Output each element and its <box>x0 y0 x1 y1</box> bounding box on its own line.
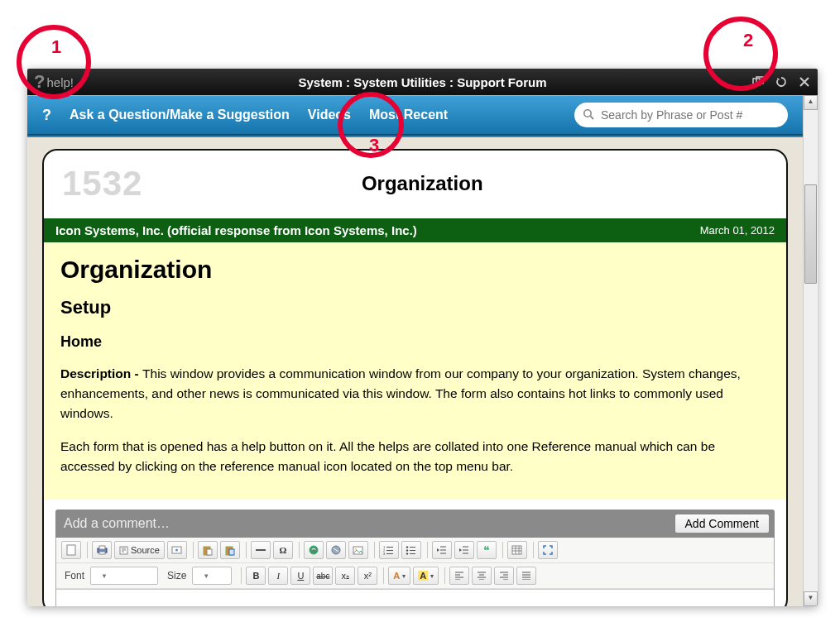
para1-text: This window provides a communication win… <box>60 366 741 420</box>
blockquote-icon[interactable]: ❝ <box>477 541 497 559</box>
annotation-number-2: 2 <box>743 30 753 51</box>
post-author-bar: Icon Systems, Inc. (official response fr… <box>44 218 786 242</box>
image-icon[interactable] <box>348 541 368 559</box>
size-select[interactable]: ▼ <box>192 567 232 585</box>
desc-label: Description - <box>60 366 142 380</box>
scroll-down-button[interactable]: ▼ <box>804 591 818 606</box>
bold-button[interactable]: B <box>246 567 266 585</box>
post-body: Organization Setup Home Description - Th… <box>44 242 786 500</box>
text-color-button[interactable]: A▾ <box>388 567 410 585</box>
table-icon[interactable] <box>507 541 527 559</box>
search-box[interactable] <box>574 103 788 127</box>
align-justify-icon[interactable] <box>516 567 536 585</box>
italic-button[interactable]: I <box>268 567 288 585</box>
comment-area: Add a comment… Add Comment Source <box>44 500 786 606</box>
svg-rect-4 <box>67 545 75 555</box>
svg-rect-14 <box>229 549 234 555</box>
body-para-2: Each form that is opened has a help butt… <box>60 437 770 476</box>
font-select[interactable]: ▼ <box>90 567 158 585</box>
font-label: Font <box>65 570 84 581</box>
editor-toolbar-row-1: Source Ω <box>56 538 774 563</box>
align-right-icon[interactable] <box>494 567 514 585</box>
forum-menubar: ? Ask a Question/Make a Suggestion Video… <box>27 95 803 135</box>
window-body: ? Ask a Question/Make a Suggestion Video… <box>27 95 818 606</box>
menu-most-recent[interactable]: Most Recent <box>369 108 448 122</box>
post-card: 1532 Organization Icon Systems, Inc. (of… <box>42 149 788 606</box>
post-title: Organization <box>142 172 768 195</box>
scroll-track[interactable] <box>804 110 818 591</box>
refresh-icon[interactable] <box>775 75 788 89</box>
help-menu-icon[interactable]: ? <box>42 107 51 124</box>
add-comment-button[interactable]: Add Comment <box>674 514 770 533</box>
body-h2: Setup <box>60 297 770 318</box>
scroll-area: ? Ask a Question/Make a Suggestion Video… <box>27 95 803 606</box>
special-char-icon[interactable]: Ω <box>273 541 293 559</box>
vertical-scrollbar[interactable]: ▲ ▼ <box>803 95 818 606</box>
rich-text-editor: Source Ω <box>55 538 775 606</box>
align-left-icon[interactable] <box>449 567 469 585</box>
svg-rect-12 <box>207 549 212 555</box>
svg-rect-6 <box>99 546 105 549</box>
svg-text:3: 3 <box>383 552 386 555</box>
hr-icon[interactable] <box>251 541 271 559</box>
comment-placeholder: Add a comment… <box>64 516 170 531</box>
svg-point-26 <box>406 546 408 548</box>
post-author: Icon Systems, Inc. (official response fr… <box>55 223 417 237</box>
align-center-icon[interactable] <box>472 567 492 585</box>
svg-point-30 <box>406 553 408 554</box>
menu-ask-question[interactable]: Ask a Question/Make a Suggestion <box>70 108 290 122</box>
close-icon[interactable] <box>798 75 811 89</box>
post-date: March 01, 2012 <box>700 224 775 237</box>
new-page-icon[interactable] <box>61 541 81 559</box>
search-input[interactable] <box>601 108 776 122</box>
maximize-icon[interactable] <box>538 541 558 559</box>
svg-rect-7 <box>99 552 105 554</box>
strike-button[interactable]: abc <box>313 567 333 585</box>
scroll-thumb[interactable] <box>804 184 817 284</box>
source-button[interactable]: Source <box>114 541 165 559</box>
bg-color-button[interactable]: A▾ <box>413 567 439 585</box>
source-label: Source <box>131 545 160 555</box>
annotation-number-1: 1 <box>51 36 61 58</box>
svg-point-10 <box>175 548 178 551</box>
svg-line-3 <box>590 116 593 119</box>
body-para-1: Description - This window provides a com… <box>60 364 770 423</box>
window-title: System : System Utilities : Support Foru… <box>27 75 818 89</box>
subscript-button[interactable]: x₂ <box>335 567 355 585</box>
svg-point-16 <box>310 546 318 554</box>
svg-point-28 <box>406 549 408 551</box>
body-h1: Organization <box>60 256 770 284</box>
editor-textarea[interactable] <box>56 589 774 606</box>
underline-button[interactable]: U <box>290 567 310 585</box>
paste-word-icon[interactable] <box>220 541 240 559</box>
numbered-list-icon[interactable]: 123 <box>379 541 399 559</box>
unlink-icon[interactable] <box>326 541 346 559</box>
outdent-icon[interactable] <box>432 541 452 559</box>
indent-icon[interactable] <box>454 541 474 559</box>
window-titlebar: ? help! System : System Utilities : Supp… <box>27 69 818 95</box>
editor-toolbar-row-2: Font ▼ Size ▼ B I U abc x₂ x² <box>56 563 774 589</box>
svg-rect-18 <box>353 547 362 554</box>
content-wrap: 1532 Organization Icon Systems, Inc. (of… <box>27 137 803 606</box>
search-icon <box>583 108 594 122</box>
paste-icon[interactable] <box>198 541 218 559</box>
support-forum-window: ? help! System : System Utilities : Supp… <box>27 69 818 606</box>
size-label: Size <box>167 570 186 581</box>
print-icon[interactable] <box>92 541 112 559</box>
menu-videos[interactable]: Videos <box>308 108 351 122</box>
post-id: 1532 <box>62 164 142 203</box>
body-h3: Home <box>60 333 770 351</box>
scroll-up-button[interactable]: ▲ <box>804 95 818 110</box>
link-icon[interactable] <box>304 541 324 559</box>
comment-header: Add a comment… Add Comment <box>55 510 775 538</box>
preview-icon[interactable] <box>167 541 187 559</box>
bullet-list-icon[interactable] <box>401 541 421 559</box>
svg-rect-38 <box>512 546 521 554</box>
superscript-button[interactable]: x² <box>358 567 377 585</box>
svg-point-2 <box>584 109 591 116</box>
popout-icon[interactable] <box>751 75 765 89</box>
